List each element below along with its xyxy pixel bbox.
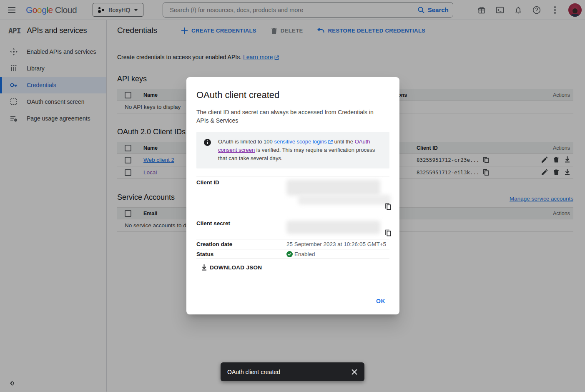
redacted-value	[298, 195, 391, 205]
client-secret-row: Client secret	[196, 217, 389, 239]
download-icon	[201, 264, 207, 271]
status-row: Status Enabled	[196, 249, 389, 259]
sensitive-scope-logins-link[interactable]: sensitive scope logins	[274, 138, 326, 145]
status-badge: Enabled	[294, 251, 315, 257]
ok-button[interactable]: OK	[373, 295, 389, 307]
dialog-title: OAuth client created	[196, 90, 389, 101]
status-label: Status	[196, 251, 286, 257]
copy-icon[interactable]	[385, 203, 391, 210]
notice-mid: until the	[333, 138, 355, 145]
google-cloud-console: Google Cloud BoxyHQ Search	[0, 0, 585, 392]
external-link-icon	[328, 140, 333, 144]
dialog-subtitle: The client ID and secret can always be a…	[196, 108, 382, 125]
verification-notice: OAuth is limited to 100 sensitive scope …	[196, 132, 389, 168]
snackbar: OAuth client created	[221, 362, 364, 381]
client-id-label: Client ID	[196, 176, 286, 217]
snackbar-message: OAuth client created	[227, 369, 347, 375]
oauth-client-created-dialog: OAuth client created The client ID and s…	[186, 77, 399, 314]
creation-date-label: Creation date	[196, 241, 286, 247]
client-id-value-redacted	[286, 176, 389, 217]
client-id-row: Client ID	[196, 176, 389, 217]
client-secret-value-redacted	[286, 217, 389, 239]
status-enabled-icon	[286, 251, 293, 257]
notice-text: OAuth is limited to 100 sensitive scope …	[218, 138, 384, 163]
download-json-button[interactable]: DOWNLOAD JSON	[201, 264, 262, 271]
download-json-label: DOWNLOAD JSON	[210, 264, 262, 271]
redacted-value	[286, 221, 380, 234]
client-secret-label: Client secret	[196, 217, 286, 239]
copy-icon[interactable]	[385, 229, 391, 236]
notice-pre: OAuth is limited to 100	[218, 138, 274, 145]
creation-date-row: Creation date 25 September 2023 at 10:26…	[196, 239, 389, 249]
redacted-value	[286, 180, 380, 196]
close-icon[interactable]	[347, 364, 362, 379]
creation-date-value: 25 September 2023 at 10:26:05 GMT+5	[286, 241, 389, 247]
info-icon	[204, 139, 211, 163]
